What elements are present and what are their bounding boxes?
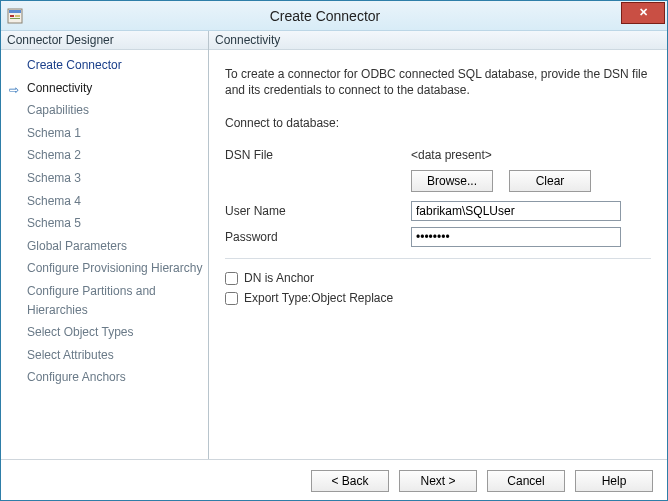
- close-button[interactable]: ✕: [621, 2, 665, 24]
- nav-item-13: Configure Anchors: [1, 366, 208, 389]
- username-input[interactable]: [411, 201, 621, 221]
- nav-item-label: Global Parameters: [27, 239, 127, 253]
- nav-item-0[interactable]: Create Connector: [1, 54, 208, 77]
- username-row: User Name: [225, 200, 651, 222]
- svg-rect-2: [10, 15, 14, 17]
- sidebar: Connector Designer Create Connector⇨Conn…: [1, 31, 209, 459]
- nav-item-2: Capabilities: [1, 99, 208, 122]
- main-area: Connector Designer Create Connector⇨Conn…: [1, 31, 667, 459]
- nav-item-label: Select Object Types: [27, 325, 134, 339]
- next-button[interactable]: Next >: [399, 470, 477, 492]
- nav-item-label: Select Attributes: [27, 348, 114, 362]
- export-type-checkbox[interactable]: [225, 292, 238, 305]
- nav-item-10: Configure Partitions and Hierarchies: [1, 280, 208, 321]
- footer: < Back Next > Cancel Help: [1, 459, 667, 501]
- nav-item-label: Create Connector: [27, 58, 122, 72]
- password-label: Password: [225, 230, 411, 244]
- app-icon: [7, 8, 23, 24]
- dsn-row: DSN File <data present>: [225, 144, 651, 166]
- description-text: To create a connector for ODBC connected…: [225, 66, 651, 98]
- content-panel: Connectivity To create a connector for O…: [209, 31, 667, 459]
- dn-anchor-label: DN is Anchor: [244, 271, 314, 285]
- nav-item-12: Select Attributes: [1, 344, 208, 367]
- nav-item-9: Configure Provisioning Hierarchy: [1, 257, 208, 280]
- nav-item-label: Configure Provisioning Hierarchy: [27, 261, 202, 275]
- back-button[interactable]: < Back: [311, 470, 389, 492]
- nav-item-8: Global Parameters: [1, 235, 208, 258]
- nav-item-6: Schema 4: [1, 190, 208, 213]
- nav-item-label: Configure Anchors: [27, 370, 126, 384]
- window-title: Create Connector: [29, 8, 621, 24]
- nav-item-1[interactable]: ⇨Connectivity: [1, 77, 208, 100]
- username-label: User Name: [225, 204, 411, 218]
- help-button[interactable]: Help: [575, 470, 653, 492]
- dsn-label: DSN File: [225, 148, 411, 162]
- content-header: Connectivity: [209, 31, 667, 50]
- export-type-label: Export Type:Object Replace: [244, 291, 393, 305]
- export-type-row: Export Type:Object Replace: [225, 291, 651, 305]
- arrow-icon: ⇨: [9, 81, 19, 100]
- cancel-button[interactable]: Cancel: [487, 470, 565, 492]
- dsn-status: <data present>: [411, 148, 651, 162]
- nav-item-label: Schema 2: [27, 148, 81, 162]
- content-body: To create a connector for ODBC connected…: [209, 50, 667, 459]
- titlebar: Create Connector ✕: [1, 1, 667, 31]
- nav-item-label: Schema 1: [27, 126, 81, 140]
- nav-item-3: Schema 1: [1, 122, 208, 145]
- nav-item-4: Schema 2: [1, 144, 208, 167]
- nav-item-label: Connectivity: [27, 81, 92, 95]
- password-row: Password: [225, 226, 651, 248]
- dn-anchor-checkbox[interactable]: [225, 272, 238, 285]
- nav-list: Create Connector⇨ConnectivityCapabilitie…: [1, 50, 208, 459]
- nav-item-label: Schema 5: [27, 216, 81, 230]
- sidebar-header: Connector Designer: [1, 31, 208, 50]
- dsn-buttons: Browse... Clear: [225, 170, 651, 192]
- nav-item-label: Schema 4: [27, 194, 81, 208]
- nav-item-label: Capabilities: [27, 103, 89, 117]
- svg-rect-3: [15, 15, 20, 17]
- svg-rect-4: [10, 18, 20, 19]
- nav-item-5: Schema 3: [1, 167, 208, 190]
- nav-item-11: Select Object Types: [1, 321, 208, 344]
- close-icon: ✕: [639, 6, 648, 19]
- svg-rect-1: [9, 10, 21, 13]
- nav-item-7: Schema 5: [1, 212, 208, 235]
- clear-button[interactable]: Clear: [509, 170, 591, 192]
- nav-item-label: Schema 3: [27, 171, 81, 185]
- section-label: Connect to database:: [225, 116, 651, 130]
- nav-item-label: Configure Partitions and Hierarchies: [27, 284, 156, 317]
- password-input[interactable]: [411, 227, 621, 247]
- divider: [225, 258, 651, 259]
- dn-anchor-row: DN is Anchor: [225, 271, 651, 285]
- browse-button[interactable]: Browse...: [411, 170, 493, 192]
